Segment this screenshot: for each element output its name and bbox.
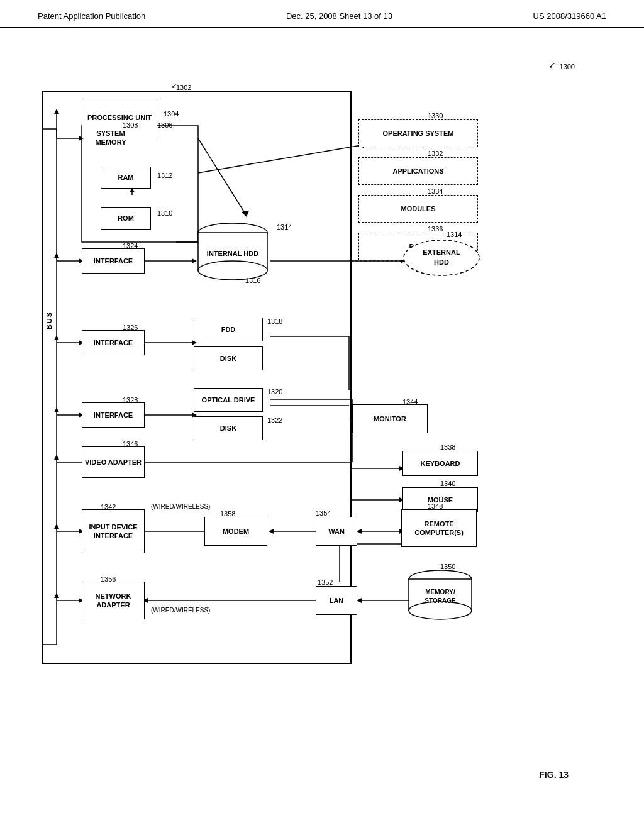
ref-1342: 1342 xyxy=(101,503,116,511)
external-hdd-svg: EXTERNAL HDD xyxy=(399,236,484,280)
ref-1324: 1324 xyxy=(123,242,138,250)
diagram-area: 1300 ↙ 1302 ↙ PROCESSING UNIT 1304 1308 … xyxy=(0,28,644,802)
modules-box: MODULES xyxy=(358,195,478,223)
page-header: Patent Application Publication Dec. 25, … xyxy=(0,0,644,28)
ref-1330: 1330 xyxy=(428,112,443,119)
svg-point-78 xyxy=(404,240,479,275)
svg-text:MEMORY/: MEMORY/ xyxy=(425,589,455,595)
ref-1340: 1340 xyxy=(440,480,455,487)
ref-1350: 1350 xyxy=(440,563,455,570)
ref-1332: 1332 xyxy=(428,150,443,157)
svg-line-65 xyxy=(198,138,245,214)
remote-computers-box: REMOTE COMPUTER(S) xyxy=(401,509,477,547)
monitor-box: MONITOR xyxy=(352,404,428,433)
keyboard-box: KEYBOARD xyxy=(402,451,478,476)
ref-1346: 1346 xyxy=(123,440,138,448)
svg-marker-39 xyxy=(269,529,274,534)
ref-1348: 1348 xyxy=(428,502,443,510)
ref-1352: 1352 xyxy=(318,578,333,586)
ref-1344: 1344 xyxy=(402,398,418,406)
ref-1328: 1328 xyxy=(123,396,138,404)
svg-text:EXTERNAL: EXTERNAL xyxy=(423,248,460,256)
svg-text:INTERNAL HDD: INTERNAL HDD xyxy=(207,250,258,257)
ref-1302-hook: ↙ xyxy=(171,81,177,90)
optical-drive-box: OPTICAL DRIVE xyxy=(194,388,263,412)
ref-1320: 1320 xyxy=(267,388,282,396)
svg-marker-50 xyxy=(357,598,362,603)
svg-marker-4 xyxy=(79,136,84,141)
input-device-interface-box: INPUT DEVICE INTERFACE xyxy=(82,509,145,553)
operating-system-box: OPERATING SYSTEM xyxy=(358,119,478,147)
ref-1356: 1356 xyxy=(101,575,116,583)
ref-1314a: 1314 xyxy=(277,223,292,231)
ref-1308: 1308 xyxy=(123,121,138,129)
header-center: Dec. 25, 2008 Sheet 13 of 13 xyxy=(286,11,392,21)
ref-1316: 1316 xyxy=(245,277,260,284)
svg-marker-19 xyxy=(54,524,59,529)
network-adapter-box: NETWORK ADAPTER xyxy=(82,582,145,619)
disk-optical-box: DISK xyxy=(194,416,263,440)
wan-box: WAN xyxy=(316,517,357,546)
ref-1310: 1310 xyxy=(157,209,172,217)
ref-1318: 1318 xyxy=(267,318,282,325)
ref-1302: 1302 xyxy=(176,84,191,91)
svg-marker-8 xyxy=(54,253,59,258)
disk-fdd-box: DISK xyxy=(194,346,263,370)
ref-1354: 1354 xyxy=(316,509,331,517)
svg-marker-14 xyxy=(54,407,59,412)
memory-storage-svg: MEMORY/ STORAGE xyxy=(402,569,484,626)
rom-box: ROM xyxy=(101,208,151,230)
ref-1358: 1358 xyxy=(220,510,235,517)
ref-1300: 1300 xyxy=(560,63,575,70)
ref-1336: 1336 xyxy=(428,225,443,233)
svg-text:STORAGE: STORAGE xyxy=(425,597,456,604)
interface-1326-box: INTERFACE xyxy=(82,330,145,355)
system-memory-label: SYSTEMMEMORY xyxy=(86,129,136,147)
svg-marker-22 xyxy=(54,593,59,598)
ref-1314b: 1314 xyxy=(447,231,462,238)
svg-rect-1 xyxy=(43,129,57,645)
ref-1338: 1338 xyxy=(440,443,455,451)
video-adapter-box: VIDEO ADAPTER xyxy=(82,446,145,478)
modem-box: MODEM xyxy=(204,517,267,546)
svg-text:HDD: HDD xyxy=(434,258,449,266)
ref-1306: 1306 xyxy=(157,121,172,129)
svg-marker-6 xyxy=(54,109,59,114)
ref-1334: 1334 xyxy=(428,187,443,195)
fig-label: FIG. 13 xyxy=(539,770,569,780)
svg-point-75 xyxy=(409,602,472,619)
ref-1304: 1304 xyxy=(164,110,179,118)
internal-hdd-svg: INTERNAL HDD xyxy=(192,220,274,283)
wired-wireless-1356: (WIRED/WIRELESS) xyxy=(151,607,210,614)
header-right: US 2008/319660 A1 xyxy=(533,11,606,21)
interface-1324-box: INTERFACE xyxy=(82,248,145,274)
ref-1326: 1326 xyxy=(123,324,138,331)
ram-box: RAM xyxy=(101,167,151,189)
svg-marker-17 xyxy=(54,455,59,460)
lan-box: LAN xyxy=(316,586,357,615)
ref-1300-hook: ↙ xyxy=(548,60,556,70)
svg-marker-66 xyxy=(242,211,249,217)
fdd-box: FDD xyxy=(194,318,263,341)
ref-1312: 1312 xyxy=(157,172,172,179)
header-left: Patent Application Publication xyxy=(38,11,145,21)
wired-wireless-1342: (WIRED/WIRELESS) xyxy=(151,503,210,510)
svg-line-67 xyxy=(198,145,365,173)
svg-rect-0 xyxy=(43,91,351,663)
bus-label: BUS xyxy=(45,311,53,329)
svg-marker-11 xyxy=(54,335,59,340)
svg-marker-42 xyxy=(357,529,362,534)
interface-1328-box: INTERFACE xyxy=(82,402,145,428)
applications-box: APPLICATIONS xyxy=(358,157,478,185)
ref-1322: 1322 xyxy=(267,416,282,424)
